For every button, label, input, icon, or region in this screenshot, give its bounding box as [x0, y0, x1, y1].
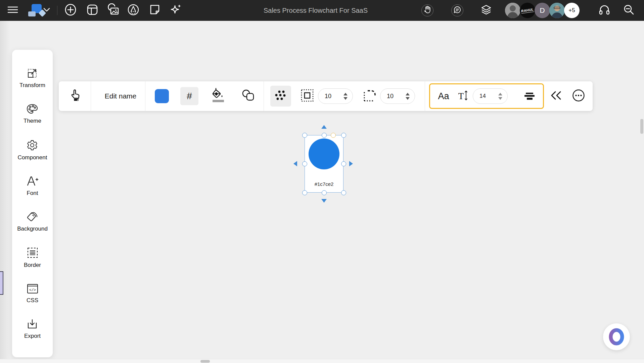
- resize-handle-ne[interactable]: [341, 133, 346, 138]
- ellipsis-circle-icon: [572, 89, 585, 104]
- hex-color-button[interactable]: #: [180, 87, 198, 105]
- fill-style-button[interactable]: [209, 88, 229, 105]
- layers-button[interactable]: [480, 4, 492, 17]
- hamburger-menu-button[interactable]: [7, 6, 18, 15]
- border-width-value[interactable]: 10: [318, 93, 343, 100]
- image-icon: [106, 3, 120, 17]
- gear-icon: [26, 139, 38, 151]
- border-width-stepper[interactable]: 10: [318, 88, 353, 104]
- sidebar-item-label: Theme: [24, 118, 41, 124]
- sidebar-item-font[interactable]: Font: [26, 175, 39, 197]
- draw-button[interactable]: [127, 3, 140, 17]
- toolbar-divider: [264, 81, 264, 111]
- stepper-down-icon[interactable]: [498, 97, 502, 100]
- comment-icon: [454, 6, 461, 15]
- shape-format-toolbar: Edit name #: [59, 81, 593, 111]
- sidebar-item-theme[interactable]: Theme: [24, 103, 41, 124]
- topbar-divider: [57, 6, 57, 15]
- sidebar-item-css[interactable]: </> CSS: [27, 283, 39, 304]
- canvas-left-shadow: [0, 21, 10, 363]
- grow-right-arrow[interactable]: [349, 161, 353, 166]
- resize-handle-s[interactable]: [322, 190, 327, 195]
- logo-dropdown-button[interactable]: [43, 7, 50, 13]
- stepper-arrows[interactable]: [498, 93, 507, 100]
- pattern-button[interactable]: [270, 86, 291, 107]
- resize-handle-se[interactable]: [341, 190, 346, 195]
- add-element-button[interactable]: [64, 4, 77, 17]
- sticky-note-button[interactable]: [149, 4, 160, 17]
- logo-bar: [28, 11, 36, 16]
- sidebar-item-label: Component: [18, 154, 47, 161]
- zoom-out-button[interactable]: [623, 4, 635, 17]
- line-height-button[interactable]: T: [454, 90, 472, 102]
- chevron-down-icon: [43, 7, 50, 13]
- stepper-up-icon[interactable]: [498, 93, 502, 95]
- sidebar-item-label: Border: [24, 262, 41, 269]
- stepper-down-icon[interactable]: [343, 97, 348, 100]
- paint-fill-icon: [211, 88, 226, 105]
- brand-bubble-button[interactable]: [603, 323, 630, 350]
- code-window-icon: </>: [27, 283, 39, 294]
- color-swatch: [155, 89, 169, 103]
- collaborator-avatar[interactable]: [549, 3, 565, 18]
- stepper-down-icon[interactable]: [406, 97, 410, 100]
- grow-left-arrow[interactable]: [293, 161, 297, 166]
- theme-icon: [26, 103, 38, 115]
- text-align-button[interactable]: [521, 93, 538, 100]
- sidebar-item-border[interactable]: Border: [24, 247, 41, 269]
- collaborator-avatar[interactable]: [505, 3, 520, 18]
- edit-name-button[interactable]: Edit name: [95, 92, 146, 100]
- download-icon: [27, 318, 38, 330]
- shape-hex-label: #1c7ce2: [304, 181, 344, 187]
- shape-combine-button[interactable]: [238, 89, 258, 104]
- topbar: Sales Process Flowchart For SaaS RAHUL D: [0, 0, 644, 21]
- stepper-arrows[interactable]: [343, 93, 353, 100]
- resize-handle-e[interactable]: [341, 161, 346, 166]
- pan-tool-button[interactable]: [421, 4, 433, 16]
- document-title[interactable]: Sales Process Flowchart For SaaS: [235, 0, 396, 21]
- corner-radius-button[interactable]: [360, 89, 379, 104]
- sidebar-item-label: Background: [17, 226, 48, 232]
- insert-image-button[interactable]: [106, 3, 120, 17]
- text-style-button[interactable]: Aa: [434, 91, 453, 102]
- collaborator-avatar[interactable]: RAHUL: [520, 3, 535, 18]
- grow-up-arrow[interactable]: [321, 125, 327, 129]
- shapes-icon: [241, 89, 256, 104]
- select-tool-button[interactable]: [67, 89, 84, 104]
- font-size-stepper[interactable]: 14: [473, 88, 508, 104]
- offscreen-shape[interactable]: [0, 271, 3, 295]
- vertical-scrollbar-thumb[interactable]: [640, 119, 643, 134]
- comments-button[interactable]: [451, 4, 463, 16]
- stepper-arrows[interactable]: [406, 93, 415, 100]
- corner-radius-value[interactable]: 10: [380, 93, 406, 100]
- fill-color-swatch[interactable]: [155, 89, 169, 103]
- stepper-up-icon[interactable]: [406, 93, 410, 95]
- resize-handle-n[interactable]: [322, 133, 327, 138]
- collaborator-avatar[interactable]: D: [535, 3, 550, 18]
- toolbar-divider: [145, 81, 145, 111]
- support-button[interactable]: [598, 4, 610, 17]
- sidebar-item-transform[interactable]: Transform: [19, 68, 45, 89]
- resize-handle-w[interactable]: [302, 161, 307, 166]
- border-width-button[interactable]: [298, 89, 317, 104]
- avatar-overflow-badge[interactable]: +5: [564, 3, 580, 18]
- resize-handle-nw[interactable]: [302, 133, 307, 138]
- stepper-up-icon[interactable]: [343, 93, 348, 95]
- collapse-toolbar-button[interactable]: [547, 90, 564, 102]
- corner-radius-stepper[interactable]: 10: [380, 88, 415, 104]
- double-chevron-left-icon: [550, 90, 562, 102]
- sparkles-icon: [170, 3, 183, 18]
- more-options-button[interactable]: [571, 89, 586, 104]
- ai-assist-button[interactable]: [170, 3, 183, 18]
- grow-down-arrow[interactable]: [321, 199, 327, 203]
- adjust-handle[interactable]: [331, 133, 336, 138]
- sidebar-item-component[interactable]: Component: [18, 139, 47, 161]
- sidebar-item-background[interactable]: Background: [17, 211, 48, 232]
- style-sidebar: Transform Theme Component Font Backgroun…: [12, 50, 53, 357]
- sidebar-item-export[interactable]: Export: [24, 318, 41, 339]
- horizontal-scrollbar-thumb[interactable]: [200, 360, 210, 363]
- resize-handle-sw[interactable]: [302, 190, 307, 195]
- font-size-value[interactable]: 14: [473, 93, 498, 99]
- layout-button[interactable]: [87, 4, 98, 17]
- selected-shape-circle[interactable]: [309, 138, 339, 169]
